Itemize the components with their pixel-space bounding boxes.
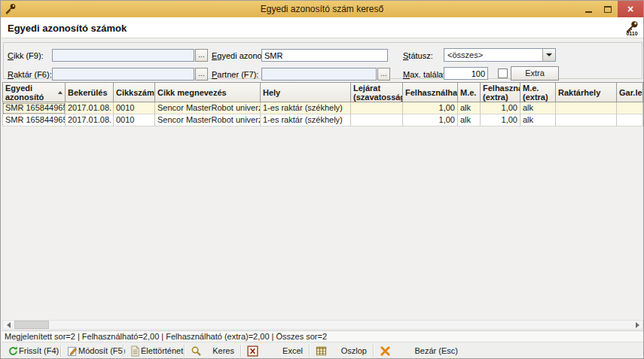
- column-header[interactable]: Bekerülés: [66, 83, 114, 102]
- column-header-label: Felhasználható: [405, 88, 458, 97]
- column-header[interactable]: M.e.: [458, 83, 481, 102]
- close-button[interactable]: ×: [618, 1, 643, 17]
- table-cell[interactable]: 0010: [114, 114, 155, 126]
- cikk-label: Cikk (F9):: [8, 51, 44, 60]
- extra-szures-button[interactable]: Extra szűrés: [511, 66, 559, 81]
- toolbar-button-label: Excel: [282, 346, 303, 355]
- table-cell[interactable]: Sencor MasterRobot univerzális: [155, 114, 261, 126]
- partner-input[interactable]: [261, 68, 377, 81]
- maximize-button[interactable]: [598, 1, 618, 17]
- table-header-row: Egyedi azonosítóBekerülésCikkszámCikk me…: [2, 83, 643, 102]
- table-cell[interactable]: alk: [458, 102, 481, 114]
- table-row[interactable]: SMR 16584496582017.01.08.0010Sencor Mast…: [2, 102, 643, 114]
- table-cell[interactable]: Sencor MasterRobot univerzális: [155, 102, 261, 114]
- excel-button[interactable]: Excel: [241, 342, 309, 359]
- column-header-label: Egyedi azonosító: [5, 84, 56, 102]
- column-header[interactable]: Lejárat (szavatosság): [351, 83, 403, 102]
- minimize-button[interactable]: [578, 1, 598, 17]
- status-bar: Megjelenített sor=2 | Felhasználható=2,0…: [2, 330, 644, 342]
- bottom-toolbar: Frissít (F4)Módosít (F5)ÉlettörténetKere…: [2, 342, 644, 359]
- column-header[interactable]: Cikk megnevezés: [155, 83, 261, 102]
- partner-browse-button[interactable]: ...: [377, 68, 390, 81]
- column-header[interactable]: Gar.le: [617, 83, 643, 102]
- table-cell[interactable]: 1,00: [403, 102, 458, 114]
- page-title: Egyedi azonosító számok: [8, 23, 127, 34]
- table-body: SMR 16584496582017.01.08.0010Sencor Mast…: [2, 102, 643, 126]
- minimize-icon: [585, 11, 592, 13]
- column-header-label: Felhasznál (extra): [483, 84, 520, 102]
- table-cell[interactable]: alk: [520, 114, 556, 126]
- bez-r-esc-button[interactable]: Bezár (Esc): [374, 342, 464, 359]
- table-row[interactable]: SMR 16584496592017.01.08.0010Sencor Mast…: [2, 114, 643, 126]
- toolbar-button-label: Módosít (F5): [78, 346, 125, 355]
- table-cell[interactable]: 1-es raktár (székhely): [261, 102, 351, 114]
- raktar-input[interactable]: [52, 68, 194, 81]
- table-cell[interactable]: SMR 1658449658: [2, 102, 66, 114]
- toolbar-button-label: Bezár (Esc): [415, 346, 458, 355]
- table-cell[interactable]: [351, 114, 403, 126]
- column-header-label: Cikk megnevezés: [157, 88, 227, 97]
- table-cell[interactable]: [617, 114, 643, 126]
- document-icon: [130, 345, 141, 357]
- table-cell[interactable]: [351, 102, 403, 114]
- app-window: Egyedi azonosító szám kereső × Egyedi az…: [0, 0, 644, 359]
- table-cell[interactable]: 1-es raktár (székhely): [261, 114, 351, 126]
- column-header-label: M.e. (extra): [523, 84, 553, 102]
- partner-label: Partner (F7):: [212, 70, 258, 79]
- title-bar: Egyedi azonosító szám kereső ×: [1, 1, 643, 17]
- table-cell[interactable]: 1,00: [403, 114, 458, 126]
- max-talalat-label: Max. találat:: [403, 70, 447, 79]
- table-cell[interactable]: [556, 102, 617, 114]
- raktar-browse-button[interactable]: ...: [195, 68, 208, 81]
- table-cell[interactable]: SMR 1658449659: [2, 114, 66, 126]
- column-header[interactable]: Hely: [261, 83, 351, 102]
- column-header-label: Lejárat (szavatosság): [353, 84, 403, 102]
- toolbar-button-label: Oszlop: [341, 346, 367, 355]
- close-x-icon: [380, 345, 391, 357]
- friss-t-f4-button[interactable]: Frissít (F4): [2, 342, 60, 359]
- extra-szures-checkbox[interactable]: [498, 68, 508, 78]
- sort-indicator-icon: [58, 91, 63, 94]
- table-cell[interactable]: alk: [458, 114, 481, 126]
- column-header-label: M.e.: [460, 88, 476, 97]
- grid-icon: [316, 345, 327, 357]
- column-header[interactable]: Egyedi azonosító: [2, 83, 66, 102]
- horizontal-scrollbar[interactable]: [2, 320, 643, 330]
- column-header[interactable]: Felhasználható: [403, 83, 458, 102]
- table-cell[interactable]: 1,00: [481, 114, 520, 126]
- max-talalat-input[interactable]: [444, 67, 488, 80]
- arrow-left-icon: [7, 322, 11, 328]
- column-header[interactable]: Raktárhely: [556, 83, 617, 102]
- scroll-left-button[interactable]: [3, 321, 14, 329]
- statusz-value: <összes>: [444, 50, 542, 59]
- results-grid: Egyedi azonosítóBekerülésCikkszámCikk me…: [2, 82, 643, 320]
- oszlop-button[interactable]: Oszlop: [310, 342, 373, 359]
- column-header-label: Bekerülés: [68, 88, 108, 97]
- statusz-dropdown[interactable]: <összes>: [444, 48, 556, 62]
- dropdown-arrow-button[interactable]: [542, 49, 555, 61]
- scroll-right-button[interactable]: [632, 321, 642, 329]
- cikk-input[interactable]: [52, 49, 194, 62]
- key-badge: 0110: [622, 20, 642, 41]
- egyedi-azonosito-input[interactable]: [261, 49, 388, 62]
- cikk-browse-button[interactable]: ...: [195, 49, 208, 62]
- keres-button[interactable]: Keres: [185, 342, 240, 359]
- table-cell[interactable]: [556, 114, 617, 126]
- window-title: Egyedi azonosító szám kereső: [1, 4, 643, 14]
- column-header[interactable]: Felhasznál (extra): [481, 83, 520, 102]
- column-header[interactable]: Cikkszám: [114, 83, 155, 102]
- edit-icon: [67, 345, 78, 357]
- table-cell[interactable]: 0010: [114, 102, 155, 114]
- column-header[interactable]: M.e. (extra): [520, 83, 556, 102]
- table-cell[interactable]: [617, 102, 643, 114]
- m-dos-t-f5-button[interactable]: Módosít (F5): [61, 342, 123, 359]
- table-cell[interactable]: alk: [520, 102, 556, 114]
- table-cell[interactable]: 1,00: [481, 102, 520, 114]
- table-cell[interactable]: 2017.01.08.: [66, 114, 114, 126]
- table-cell[interactable]: 2017.01.08.: [66, 102, 114, 114]
- scrollbar-thumb[interactable]: [14, 321, 49, 329]
- search-icon: [191, 345, 202, 357]
- raktar-label: Raktár (F6):: [8, 70, 52, 79]
- lett-rt-net-button[interactable]: Élettörténet: [124, 342, 184, 359]
- close-icon: ×: [627, 4, 633, 14]
